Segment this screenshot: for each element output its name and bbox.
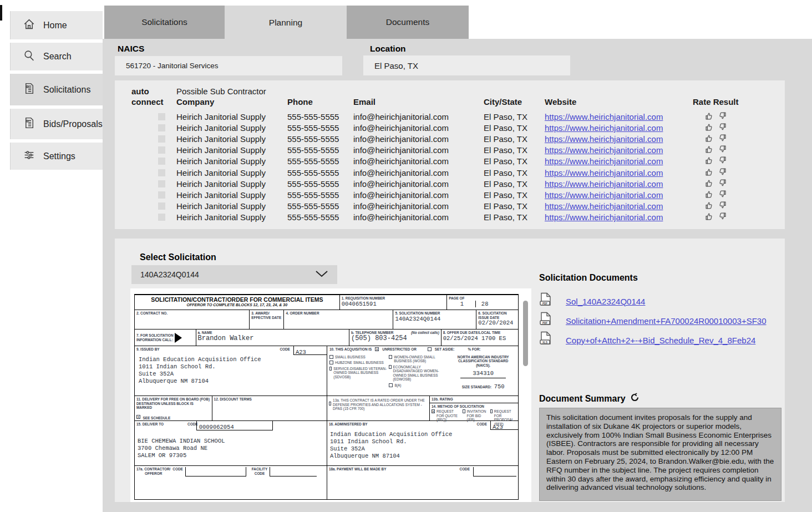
website-link[interactable]: https://www.heirichjanitorial.com bbox=[545, 179, 663, 189]
see-schedule-checkbox-checked: X bbox=[136, 415, 140, 419]
auto-connect-checkbox[interactable] bbox=[158, 169, 165, 176]
thumbs-up-icon[interactable] bbox=[704, 179, 713, 189]
sidebar-item-solicitations[interactable]: Solicitations bbox=[10, 74, 103, 105]
thumbs-up-icon[interactable] bbox=[704, 145, 713, 155]
auto-connect-checkbox[interactable] bbox=[158, 146, 165, 154]
email-cell: info@heirichjanitorial.com bbox=[353, 112, 484, 121]
auto-connect-checkbox[interactable] bbox=[158, 158, 165, 165]
table-row: Heirich Janitorial Supply555-555-5555inf… bbox=[115, 122, 785, 133]
thumbs-up-icon[interactable] bbox=[704, 111, 713, 122]
thumbs-down-icon[interactable] bbox=[718, 212, 727, 222]
tab-documents[interactable]: Documents bbox=[347, 6, 469, 39]
sidebar-item-label: Bids/Proposals bbox=[43, 119, 103, 129]
solicitation-dropdown[interactable]: 140A2324Q0144 bbox=[131, 265, 337, 284]
sidebar-item-settings[interactable]: Settings bbox=[10, 143, 103, 170]
document-list-item: PDF Solicitation+Amendment+FA700024R0001… bbox=[539, 311, 767, 330]
website-link[interactable]: https://www.heirichjanitorial.com bbox=[545, 112, 663, 121]
city-state-cell: El Paso, TX bbox=[484, 190, 545, 200]
thumbs-down-icon[interactable] bbox=[718, 145, 727, 155]
thumbs-up-icon[interactable] bbox=[704, 201, 713, 211]
company-cell: Heirich Janitorial Supply bbox=[176, 123, 287, 133]
admin-code: A23 bbox=[491, 424, 503, 430]
thumbs-down-icon[interactable] bbox=[718, 156, 727, 166]
ifb-checkbox bbox=[463, 409, 465, 413]
document-link[interactable]: Sol_140A2324Q0144 bbox=[566, 297, 645, 306]
thumbs-down-icon[interactable] bbox=[718, 179, 727, 189]
sidebar-item-home[interactable]: Home bbox=[10, 11, 103, 39]
phone-cell: 555-555-5555 bbox=[287, 156, 353, 166]
edwosb-checkbox bbox=[389, 365, 391, 369]
company-cell: Heirich Janitorial Supply bbox=[176, 179, 287, 189]
solicitation-dropdown-value: 140A2324Q0144 bbox=[140, 270, 199, 279]
auto-connect-checkbox[interactable] bbox=[158, 113, 165, 120]
table-row: Heirich Janitorial Supply555-555-5555inf… bbox=[115, 156, 785, 167]
naics-input[interactable]: 561720 - Janitorial Services bbox=[115, 56, 342, 75]
col-header-email: Email bbox=[353, 97, 484, 107]
thumbs-down-icon[interactable] bbox=[718, 123, 727, 133]
thumbs-up-icon[interactable] bbox=[704, 168, 713, 178]
thumbs-down-icon[interactable] bbox=[718, 201, 727, 211]
thumbs-down-icon[interactable] bbox=[718, 111, 727, 122]
tab-solicitations[interactable]: Solicitations bbox=[104, 6, 225, 39]
sidebar-item-search[interactable]: Search bbox=[10, 43, 103, 70]
refresh-icon[interactable] bbox=[630, 393, 640, 404]
search-icon bbox=[23, 49, 35, 64]
website-link[interactable]: https://www.heirichjanitorial.com bbox=[545, 123, 663, 133]
city-state-cell: El Paso, TX bbox=[484, 145, 545, 155]
thumbs-down-icon[interactable] bbox=[718, 190, 727, 200]
auto-connect-checkbox[interactable] bbox=[158, 214, 165, 221]
email-cell: info@heirichjanitorial.com bbox=[353, 212, 484, 222]
thumbs-down-icon[interactable] bbox=[718, 168, 727, 178]
company-cell: Heirich Janitorial Supply bbox=[176, 134, 287, 144]
document-link[interactable]: Solicitation+Amendment+FA700024R00010003… bbox=[566, 316, 767, 326]
website-link[interactable]: https://www.heirichjanitorial.com bbox=[545, 201, 663, 211]
document-link[interactable]: Copy+of+Attch+2+-+Bid_Schedule_Rev_4_8Fe… bbox=[566, 336, 755, 345]
website-link[interactable]: https://www.heirichjanitorial.com bbox=[545, 145, 663, 155]
auto-connect-checkbox[interactable] bbox=[158, 191, 165, 199]
preview-scrollbar[interactable] bbox=[523, 301, 528, 366]
website-link[interactable]: https://www.heirichjanitorial.com bbox=[545, 212, 663, 222]
form-title: SOLICITATION/CONTRACT/ORDER FOR COMMERCI… bbox=[136, 296, 338, 303]
dpas-checkbox bbox=[329, 402, 331, 405]
form-naics-value: 334310 bbox=[460, 369, 506, 378]
email-cell: info@heirichjanitorial.com bbox=[353, 201, 484, 211]
city-state-cell: El Paso, TX bbox=[484, 112, 545, 121]
phone-cell: 555-555-5555 bbox=[287, 212, 353, 222]
thumbs-up-icon[interactable] bbox=[704, 123, 713, 133]
phone-cell: 555-555-5555 bbox=[287, 112, 353, 121]
auto-connect-checkbox[interactable] bbox=[158, 202, 165, 210]
website-link[interactable]: https://www.heirichjanitorial.com bbox=[545, 190, 663, 200]
sidebar-item-bids-proposals[interactable]: Bids/Proposals bbox=[10, 109, 103, 139]
thumbs-up-icon[interactable] bbox=[704, 134, 713, 144]
deliver-code: 0009062054 bbox=[197, 424, 234, 430]
tab-planning[interactable]: Planning bbox=[225, 6, 347, 40]
document-preview[interactable]: SOLICITATION/CONTRACT/ORDER FOR COMMERCI… bbox=[130, 288, 531, 502]
table-row: Heirich Janitorial Supply555-555-5555inf… bbox=[115, 145, 785, 156]
auto-connect-checkbox[interactable] bbox=[158, 180, 165, 187]
thumbs-down-icon[interactable] bbox=[718, 134, 727, 144]
issue-date: 02/20/2024 bbox=[478, 320, 516, 326]
company-cell: Heirich Janitorial Supply bbox=[176, 168, 287, 178]
table-row: Heirich Janitorial Supply555-555-5555inf… bbox=[115, 133, 785, 144]
size-standard-value: 750 bbox=[494, 383, 505, 390]
thumbs-up-icon[interactable] bbox=[704, 190, 713, 200]
website-link[interactable]: https://www.heirichjanitorial.com bbox=[545, 156, 663, 166]
thumbs-up-icon[interactable] bbox=[704, 212, 713, 222]
svg-text:PDF: PDF bbox=[542, 322, 547, 325]
wosb-checkbox bbox=[389, 355, 392, 359]
sidebar-item-label: Settings bbox=[43, 151, 75, 161]
issued-by-address: Indian Education Acquisition Office 1011… bbox=[139, 356, 325, 385]
page-total: 28 bbox=[476, 301, 489, 307]
auto-connect-checkbox[interactable] bbox=[158, 124, 165, 131]
thumbs-up-icon[interactable] bbox=[704, 156, 713, 166]
location-input[interactable]: El Paso, TX bbox=[363, 55, 570, 75]
auto-connect-checkbox[interactable] bbox=[158, 135, 165, 143]
document-list-item: XLS Copy+of+Attch+2+-+Bid_Schedule_Rev_4… bbox=[539, 331, 767, 349]
website-link[interactable]: https://www.heirichjanitorial.com bbox=[545, 168, 663, 178]
email-cell: info@heirichjanitorial.com bbox=[353, 145, 484, 155]
col-header-company: Possible Sub Contractor Company bbox=[176, 86, 287, 107]
table-row: Heirich Janitorial Supply555-555-5555inf… bbox=[115, 201, 785, 212]
rate-result-cell bbox=[704, 134, 785, 144]
document-summary-title: Document Summary bbox=[539, 393, 640, 404]
website-link[interactable]: https://www.heirichjanitorial.com bbox=[545, 134, 663, 144]
